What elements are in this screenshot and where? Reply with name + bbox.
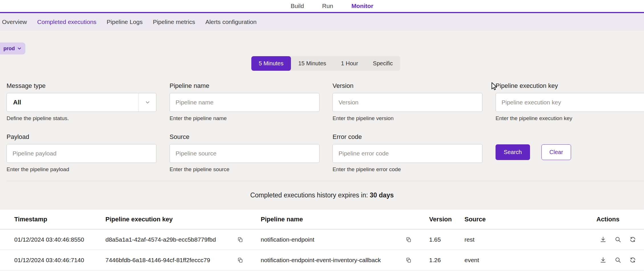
source-input[interactable]: [170, 144, 319, 163]
time-range-1-hour[interactable]: 1 Hour: [334, 56, 366, 71]
field-message-type: Message type All Define the pipeline sta…: [7, 82, 156, 122]
environment-label: prod: [3, 46, 15, 52]
version-input[interactable]: [333, 93, 482, 112]
message-type-helper: Define the pipeline status.: [7, 115, 156, 122]
field-source: Source Enter the pipeline source: [170, 133, 319, 173]
version-cell: 1.26: [429, 257, 464, 264]
search-button[interactable]: Search: [496, 144, 530, 160]
pipeline-name-value: notification-endpoint: [261, 236, 314, 243]
chevron-down-icon: [17, 46, 22, 51]
header-actions: Actions: [596, 216, 637, 223]
header-timestamp: Timestamp: [14, 216, 105, 223]
time-range-specific[interactable]: Specific: [366, 56, 400, 71]
time-range-15-minutes[interactable]: 15 Minutes: [291, 56, 334, 71]
timestamp-cell: 01/12/2024 03:40:46:8550: [14, 236, 105, 243]
history-expiry-text: Completed executions history expires in:: [250, 191, 370, 199]
field-version: Version Enter the pipeline version: [333, 82, 482, 122]
header-version: Version: [429, 216, 464, 223]
version-helper: Enter the pipeline version: [333, 115, 482, 122]
field-error-code: Error code Enter the pipeline error code: [333, 133, 482, 173]
refresh-icon: [629, 257, 636, 263]
field-execution-key: Pipeline execution key Enter the pipelin…: [496, 82, 644, 122]
execution-key-value: d8a5a1a1-42af-4574-a29b-ecc5b8779fbd: [105, 236, 216, 243]
download-icon: [600, 257, 606, 263]
table-header-row: Timestamp Pipeline execution key Pipelin…: [0, 210, 644, 229]
actions-cell: [596, 257, 637, 263]
copy-execution-key-button[interactable]: [237, 257, 243, 263]
execution-key-cell: d8a5a1a1-42af-4574-a29b-ecc5b8779fbd: [105, 236, 261, 243]
view-details-button[interactable]: [615, 236, 621, 243]
chevron-down-icon: [138, 93, 156, 112]
download-button[interactable]: [600, 257, 606, 263]
table-row: 01/12/2024 03:40:46:8550 d8a5a1a1-42af-4…: [0, 229, 644, 250]
version-label: Version: [333, 82, 482, 89]
copy-icon: [237, 257, 243, 263]
copy-icon: [406, 237, 411, 242]
copy-icon: [237, 237, 243, 242]
time-range-toggle: 5 Minutes 15 Minutes 1 Hour Specific: [251, 56, 400, 71]
pipeline-name-value: notification-endpoint-event-inventory-ca…: [261, 257, 381, 264]
version-cell: 1.65: [429, 236, 464, 243]
nav-monitor[interactable]: Monitor: [351, 3, 373, 9]
time-range-5-minutes[interactable]: 5 Minutes: [251, 56, 291, 71]
section-divider: [7, 181, 644, 181]
refresh-icon: [629, 236, 636, 243]
message-type-select[interactable]: All: [7, 93, 156, 112]
copy-pipeline-name-button[interactable]: [406, 237, 411, 242]
pipeline-name-input[interactable]: [170, 93, 319, 112]
source-cell: rest: [464, 236, 596, 243]
primary-navigation: Build Run Monitor: [291, 3, 373, 9]
tab-alerts-configuration[interactable]: Alerts configuration: [205, 19, 257, 25]
header-pipeline-name: Pipeline name: [261, 216, 429, 223]
executions-table: Timestamp Pipeline execution key Pipelin…: [0, 210, 644, 271]
actions-cell: [596, 236, 637, 243]
field-payload: Payload Enter the pipeline payload: [7, 133, 156, 173]
tab-pipeline-metrics[interactable]: Pipeline metrics: [153, 19, 195, 25]
tab-overview[interactable]: Overview: [2, 19, 27, 25]
pipeline-name-cell: notification-endpoint-event-inventory-ca…: [261, 257, 429, 264]
payload-helper: Enter the pipeline payload: [7, 166, 156, 173]
table-row: 01/12/2024 03:40:46:7140 7446bfdb-6a18-4…: [0, 250, 644, 270]
execution-key-input[interactable]: [496, 93, 644, 112]
search-icon: [615, 236, 621, 243]
history-expiry-note: Completed executions history expires in:…: [0, 191, 644, 199]
timestamp-cell: 01/12/2024 03:40:46:7140: [14, 257, 105, 264]
filters-form: Message type All Define the pipeline sta…: [7, 82, 644, 173]
environment-selector[interactable]: prod: [0, 43, 25, 54]
rerun-button[interactable]: [629, 257, 636, 263]
source-label: Source: [170, 133, 319, 140]
search-icon: [615, 257, 621, 263]
pipeline-name-helper: Enter the pipeline name: [170, 115, 319, 122]
error-code-helper: Enter the pipeline error code: [333, 166, 482, 173]
tab-completed-executions[interactable]: Completed executions: [37, 19, 97, 25]
tab-pipeline-logs[interactable]: Pipeline Logs: [107, 19, 142, 25]
payload-label: Payload: [7, 133, 156, 140]
execution-key-helper: Enter the pipeline execution key: [496, 115, 644, 122]
header-execution-key: Pipeline execution key: [105, 216, 261, 223]
copy-icon: [406, 257, 411, 263]
monitor-tab-bar: Overview Completed executions Pipeline L…: [0, 13, 644, 31]
download-icon: [600, 236, 606, 243]
filter-buttons: Search Clear: [496, 133, 644, 173]
source-cell: event: [464, 257, 596, 264]
source-helper: Enter the pipeline source: [170, 166, 319, 173]
error-code-label: Error code: [333, 133, 482, 140]
field-pipeline-name: Pipeline name Enter the pipeline name: [170, 82, 319, 122]
error-code-input[interactable]: [333, 144, 482, 163]
execution-key-value: 7446bfdb-6a18-4146-94cf-81ff2feccc79: [105, 257, 210, 264]
payload-input[interactable]: [7, 144, 156, 163]
message-type-value: All: [7, 99, 21, 106]
message-type-label: Message type: [7, 82, 156, 89]
nav-run[interactable]: Run: [322, 3, 333, 9]
top-bar: Build Run Monitor: [0, 0, 644, 13]
rerun-button[interactable]: [629, 236, 636, 243]
pipeline-name-label: Pipeline name: [170, 82, 319, 89]
copy-pipeline-name-button[interactable]: [406, 257, 411, 263]
history-expiry-days: 30 days: [370, 191, 394, 199]
clear-button[interactable]: Clear: [541, 144, 571, 160]
nav-build[interactable]: Build: [291, 3, 304, 9]
view-details-button[interactable]: [615, 257, 621, 263]
copy-execution-key-button[interactable]: [237, 237, 243, 242]
download-button[interactable]: [600, 236, 606, 243]
execution-key-cell: 7446bfdb-6a18-4146-94cf-81ff2feccc79: [105, 257, 261, 264]
